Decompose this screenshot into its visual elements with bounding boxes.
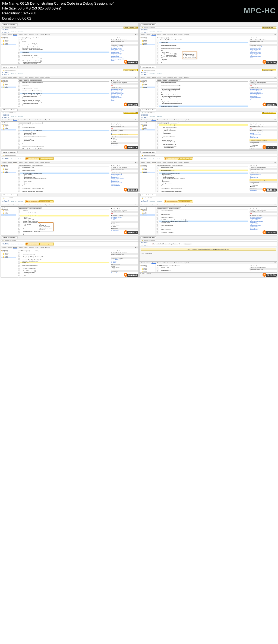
stack-frame[interactable]: invoke	[111, 100, 138, 101]
pause-icon[interactable]: ⏸	[119, 165, 120, 166]
back-icon[interactable]: ←	[2, 197, 3, 199]
file-navigator[interactable]: ▸ (no domain) ▾ localhost:26 📁 Content📁 …	[140, 207, 155, 216]
back-icon[interactable]: ←	[2, 155, 3, 156]
back-icon[interactable]: ←	[140, 27, 142, 28]
sources-sidebar[interactable]: ▸ (no domain) ▾ localhost:26 📁 Content📁 …	[1, 122, 17, 150]
scope-global[interactable]: ► Global	[111, 226, 138, 227]
settings-icon[interactable]: ⚙	[137, 162, 138, 163]
devtools-tab-timeline[interactable]: Timeline	[18, 162, 23, 163]
file-tab[interactable]: localDBService.js ×	[157, 207, 168, 209]
devtools-tab-angularjs[interactable]: AngularJS	[45, 119, 50, 121]
file-tab[interactable]: persistenceStrategies.js ×	[157, 165, 171, 166]
devtools-tab-sources[interactable]: Sources	[151, 119, 156, 121]
watch-header[interactable]: ▾ Watch Expressions + ↻	[111, 211, 138, 213]
devtools-tab-resources[interactable]: Resources	[29, 119, 34, 121]
watch-header[interactable]: ▾ Watch Expressions + ↻	[249, 268, 277, 270]
devtools-tab-network[interactable]: Network	[146, 34, 151, 36]
devtools-tab-elements[interactable]: Elements	[140, 119, 146, 121]
file-tab[interactable]: homes	[157, 79, 162, 81]
browser-tab[interactable]: 1 Homes List Codec Hom ×	[140, 109, 156, 111]
sources-sidebar[interactable]: ▸ (no domain) ▾ localhost:26 📁 Content📁 …	[1, 207, 17, 235]
nav-homes[interactable]: Homes List	[150, 201, 155, 202]
file-navigator[interactable]: ▸ (no domain) ▾ localhost:26 📁 Content📁 …	[140, 37, 155, 45]
nav-new[interactable]: New Home	[18, 243, 23, 245]
file-tab[interactable]: angular.js	[162, 79, 168, 81]
devtools-tab-console[interactable]: Console	[40, 204, 44, 206]
file-tab[interactable]: persistenceService.js ×	[168, 37, 181, 39]
back-icon[interactable]: ←	[140, 155, 142, 156]
devtools-tab-profiles[interactable]: Profiles	[24, 76, 28, 78]
scope-global[interactable]: ► Global	[111, 268, 138, 270]
code-line[interactable]: 22	[18, 235, 109, 235]
devtools-tab-sources[interactable]: Sources	[13, 247, 17, 248]
step-into-icon[interactable]: ↓	[253, 165, 254, 166]
callstack-header[interactable]: ▾ Call Stack ☐ Async	[249, 272, 277, 272]
file-tab[interactable]: angular.js	[162, 37, 168, 39]
step-into-icon[interactable]: ↓	[114, 37, 115, 39]
back-icon[interactable]: ←	[2, 112, 3, 113]
stack-frame[interactable]: invoke	[249, 57, 277, 58]
file-tab[interactable]: localDBService.js ×	[157, 265, 168, 266]
code-line[interactable]: 18 self.persistenceType = 'local';	[18, 63, 109, 64]
back-icon[interactable]: ←	[2, 240, 3, 241]
devtools-tab-resources[interactable]: Resources	[29, 76, 34, 78]
sources-sidebar[interactable]: ▸ (no domain) ▾ localhost:26 📁 Content📁 …	[140, 36, 156, 65]
file-navigator[interactable]: ▸ (no domain) ▾ localhost:26 📁 Content📁 …	[140, 122, 155, 130]
file-navigator[interactable]: ▸ (no domain) ▾ localhost:26 📁 Content📁 …	[1, 250, 16, 258]
scope-header[interactable]: ▾ Scope Variables	[249, 141, 277, 143]
code-editor[interactable]: persistenceStrategies.js ×homesControlle…	[156, 164, 249, 192]
selected-folder[interactable]: 📂 homes	[140, 272, 155, 272]
file-tab[interactable]: angular.js	[162, 122, 168, 124]
devtools-tab-console[interactable]: Console	[178, 262, 183, 264]
settings-icon[interactable]: ⚙	[275, 76, 276, 78]
devtools-tab-angularjs[interactable]: AngularJS	[184, 162, 189, 163]
devtools-tab-elements[interactable]: Elements	[2, 76, 7, 78]
devtools-tab-audits[interactable]: Audits	[174, 119, 177, 121]
file-tab[interactable]: homes	[18, 79, 23, 81]
deactivate-icon[interactable]: ⊘	[117, 80, 118, 81]
file-navigator[interactable]: ▸ (no domain) ▾ localhost:26 📁 Content📁 …	[140, 79, 155, 88]
sources-sidebar[interactable]: ▸ (no domain) ▾ localhost:26 📁 Content📁 …	[1, 249, 17, 278]
devtools-tab-resources[interactable]: Resources	[29, 34, 34, 36]
step-out-icon[interactable]: ↑	[254, 37, 255, 39]
watch-header[interactable]: ▾ Watch Expressions + ↻	[249, 40, 277, 42]
devtools-tab-network[interactable]: Network	[146, 262, 151, 264]
dock-icon[interactable]: ⊞	[135, 204, 136, 206]
code-line[interactable]: 32 Offline.on('confirmed-up', lazyGetDat…	[156, 192, 248, 192]
sources-sidebar[interactable]: ▸ (no domain) ▾ localhost:26 📁 Content📁 …	[140, 79, 156, 107]
resume-icon[interactable]: ▶	[250, 265, 251, 266]
devtools-tab-angularjs[interactable]: AngularJS	[184, 262, 189, 264]
devtools-tab-timeline[interactable]: Timeline	[157, 262, 162, 264]
devtools-tab-sources[interactable]: Sources	[13, 162, 17, 163]
file-tab[interactable]: persistenceStrategies…	[29, 207, 42, 209]
devtools-tab-sources[interactable]: Sources	[13, 119, 17, 121]
dock-icon[interactable]: ⊞	[135, 76, 136, 78]
browser-tab[interactable]: 1 Homes List Codec Hom ×	[2, 23, 18, 25]
devtools-tab-resources[interactable]: Resources	[167, 119, 173, 121]
watch-header[interactable]: ▾ Watch Expressions + ↻	[249, 211, 277, 213]
devtools-tab-profiles[interactable]: Profiles	[162, 119, 166, 121]
sources-sidebar[interactable]: ▸ (no domain) ▾ localhost:26 📁 Content📁 …	[1, 36, 17, 65]
step-over-icon[interactable]: ↷	[113, 165, 113, 166]
code-line[interactable]: 30 return localPersistenceStrategy.getBy…	[156, 107, 248, 107]
deactivate-icon[interactable]: ⊘	[256, 37, 257, 39]
deactivate-icon[interactable]: ⊘	[256, 122, 257, 124]
back-icon[interactable]: ←	[140, 197, 142, 199]
devtools-tab-resources[interactable]: Resources	[29, 162, 34, 163]
code-line[interactable]: 143 localDBService.open(svc.dbModel).the…	[156, 235, 248, 235]
devtools-tab-resources[interactable]: Resources	[167, 34, 173, 36]
scope-header[interactable]: ▾ Scope Variables	[111, 136, 138, 138]
back-icon[interactable]: ←	[140, 69, 142, 71]
pause-icon[interactable]: ⏸	[119, 37, 120, 39]
step-over-icon[interactable]: ↷	[113, 122, 113, 124]
pause-icon[interactable]: ⏸	[257, 265, 258, 266]
devtools-tab-angularjs[interactable]: AngularJS	[45, 247, 50, 248]
pause-icon[interactable]: ⏸	[257, 122, 258, 124]
devtools-tab-network[interactable]: Network	[8, 34, 12, 36]
devtools-tab-audits[interactable]: Audits	[174, 34, 177, 36]
code-line[interactable]: 26 self.getRemoteHome = function (id) {	[18, 107, 109, 107]
back-icon[interactable]: ←	[140, 112, 142, 113]
selected-folder[interactable]: 📂 homes	[1, 257, 16, 258]
stack-frame[interactable]: $get.Scope.$eval	[111, 185, 138, 186]
devtools-tab-network[interactable]: Network	[8, 204, 12, 206]
